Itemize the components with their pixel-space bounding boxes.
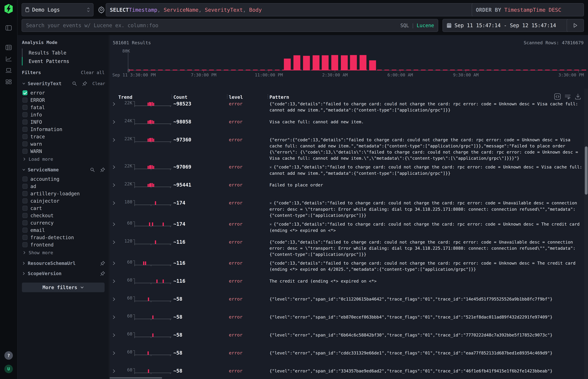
filter-option-fatal[interactable]: fatal (22, 104, 105, 111)
expand-row-button[interactable] (109, 239, 118, 244)
select-query-input[interactable]: SELECT Timestamp, ServiceName, SeverityT… (106, 3, 485, 16)
checkbox[interactable] (22, 112, 28, 117)
checkbox[interactable] (22, 127, 28, 132)
clear-all-filters-button[interactable]: Clear all (81, 70, 105, 75)
checkbox[interactable] (22, 213, 28, 218)
pattern-row[interactable]: 22K~95441errorFailed to place order (109, 179, 583, 197)
mode-lucene[interactable]: Lucene (417, 23, 434, 28)
filter-option-ad[interactable]: ad (22, 183, 105, 190)
expand-row-button[interactable] (109, 314, 118, 319)
pattern-row[interactable]: 22K~97360error{"error":{"code":13,"detai… (109, 134, 583, 161)
pattern-row[interactable]: 60~174error×{"code":13,"details":"failed… (109, 219, 583, 237)
filter-option-error[interactable]: error (22, 89, 105, 96)
expand-row-button[interactable] (109, 368, 118, 373)
checkbox[interactable] (22, 90, 28, 95)
dismiss-pattern-icon[interactable]: × (269, 165, 272, 169)
filter-option-warn[interactable]: warn (22, 140, 105, 148)
search-logs-icon[interactable] (5, 44, 12, 51)
expand-row-button[interactable] (109, 260, 118, 265)
filter-option-info[interactable]: info (22, 111, 105, 118)
pattern-row[interactable]: 120~116error{"code":13,"details":"failed… (109, 237, 583, 257)
order-by-input[interactable]: ORDER BY TimestampTime DESC (472, 3, 584, 16)
filter-group-header[interactable]: SeverityTextClear (22, 79, 105, 88)
pattern-row[interactable]: 60~58error{"level":"error","span_id":"33… (109, 365, 583, 379)
sessions-icon[interactable] (5, 67, 12, 74)
hyperdx-logo-icon[interactable] (4, 4, 13, 14)
filter-load-more[interactable]: Load more (22, 155, 105, 163)
filter-option-frontend[interactable]: frontend (22, 241, 105, 248)
vertical-scrollbar-thumb[interactable] (585, 146, 588, 195)
filter-show-more[interactable]: Show more (22, 249, 105, 256)
expand-row-button[interactable] (109, 332, 118, 337)
checkbox[interactable] (22, 242, 28, 247)
checkbox[interactable] (22, 206, 28, 211)
filter-group-header[interactable]: ResourceSchemaUrl (22, 259, 105, 268)
checkbox[interactable] (22, 105, 28, 110)
filter-pin-icon[interactable] (82, 81, 87, 86)
filter-search-icon[interactable] (90, 167, 95, 172)
time-range-picker[interactable]: Sep 11 15:47:14 - Sep 12 15:47:14 (443, 19, 580, 32)
filter-option-email[interactable]: email (22, 226, 105, 234)
filter-option-accounting[interactable]: accounting (22, 175, 105, 183)
filter-option-INFO[interactable]: INFO (22, 118, 105, 126)
vertical-scrollbar[interactable] (584, 89, 588, 379)
checkbox[interactable] (22, 120, 28, 125)
checkbox[interactable] (22, 198, 28, 203)
pattern-row[interactable]: 60~58error{"level":"error","span_id":"6b… (109, 329, 583, 347)
sidebar-panel-icon[interactable] (5, 25, 12, 31)
horizontal-scrollbar-thumb[interactable] (109, 377, 162, 379)
expand-row-button[interactable] (109, 118, 118, 124)
filter-group-header[interactable]: ScopeVersion (22, 269, 105, 278)
pattern-row[interactable]: 60~58error{"level":"error","span_id":"0c… (109, 293, 583, 311)
filter-pin-icon[interactable] (100, 167, 105, 172)
pattern-row[interactable]: 60~116errorThe credit card (ending <*> e… (109, 275, 583, 293)
filter-option-fraud-detection[interactable]: fraud-detection (22, 234, 105, 241)
dashboards-icon[interactable] (5, 79, 12, 85)
histogram-canvas[interactable] (128, 50, 584, 70)
run-query-button[interactable] (567, 19, 584, 32)
expand-row-button[interactable] (109, 200, 118, 205)
expand-row-button[interactable] (109, 182, 118, 187)
dismiss-pattern-icon[interactable]: × (269, 201, 272, 205)
filter-group-header[interactable]: ServiceName (22, 165, 105, 174)
checkbox[interactable] (22, 176, 28, 181)
expand-row-button[interactable] (109, 100, 118, 106)
expand-row-button[interactable] (109, 278, 118, 283)
analysis-mode-item-results-table[interactable]: Results Table (22, 48, 105, 57)
expand-row-button[interactable] (109, 296, 118, 301)
pattern-row[interactable]: 22K~98523error{"code":13,"details":"fail… (109, 98, 583, 116)
more-filters-button[interactable]: More filters (22, 283, 105, 292)
filter-option-trace[interactable]: trace (22, 133, 105, 140)
source-select[interactable]: Demo Logs (22, 3, 93, 16)
filter-option-artillery-loadgen[interactable]: artillery-loadgen (22, 190, 105, 197)
checkbox[interactable] (22, 149, 28, 154)
pattern-row[interactable]: 60~116error{"code":13,"details":"failed … (109, 257, 583, 275)
expand-row-button[interactable] (109, 136, 118, 142)
source-settings-gear-icon[interactable] (98, 6, 105, 14)
search-input[interactable] (26, 22, 400, 29)
checkbox[interactable] (22, 235, 28, 240)
filter-pin-icon[interactable] (100, 261, 105, 266)
user-avatar[interactable]: U (4, 365, 13, 373)
expand-row-button[interactable] (109, 164, 118, 169)
checkbox[interactable] (22, 134, 28, 139)
pattern-row[interactable]: 60~58error{"level":"error","span_id":"cd… (109, 347, 583, 365)
mode-sql[interactable]: SQL (400, 23, 409, 28)
checkbox[interactable] (22, 191, 28, 196)
checkbox[interactable] (22, 228, 28, 233)
filter-option-Information[interactable]: Information (22, 126, 105, 133)
chart-explorer-icon[interactable] (5, 56, 12, 62)
expand-row-button[interactable] (109, 221, 118, 226)
filter-option-currency[interactable]: currency (22, 219, 105, 226)
filter-option-cainjector[interactable]: cainjector (22, 197, 105, 205)
filter-pin-icon[interactable] (100, 271, 105, 276)
checkbox[interactable] (22, 220, 28, 225)
filter-option-checkout[interactable]: checkout (22, 212, 105, 219)
filter-clear-button[interactable]: Clear (93, 81, 105, 86)
checkbox[interactable] (22, 98, 28, 103)
pattern-row[interactable]: 60~58error{"level":"error","span_id":"eb… (109, 311, 583, 329)
dismiss-pattern-icon[interactable]: × (269, 222, 272, 226)
pattern-row[interactable]: 22K~97069error×{"code":13,"details":"fai… (109, 161, 583, 179)
checkbox[interactable] (22, 184, 28, 189)
filter-option-cart[interactable]: cart (22, 205, 105, 212)
